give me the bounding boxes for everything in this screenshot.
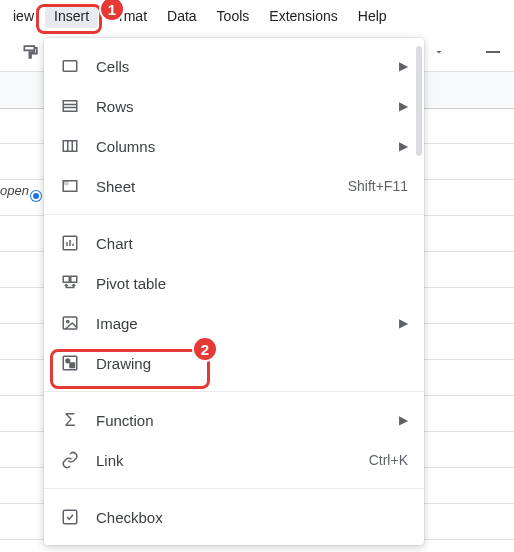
menu-item-label: Chart [96,235,408,252]
svg-rect-19 [70,363,75,368]
menu-data[interactable]: Data [158,4,206,28]
menu-item-label: Link [96,452,353,469]
menu-item-chart[interactable]: Chart [44,223,424,263]
rows-icon [60,96,80,116]
svg-rect-8 [63,181,68,185]
menu-item-columns[interactable]: Columns ▶ [44,126,424,166]
menu-divider [44,391,424,392]
chevron-right-icon: ▶ [399,139,408,153]
menu-item-drawing[interactable]: Drawing [44,343,424,383]
menu-tools[interactable]: Tools [208,4,259,28]
menu-item-cells[interactable]: Cells ▶ [44,46,424,86]
menu-item-link[interactable]: Link Ctrl+K [44,440,424,480]
menu-item-label: Checkbox [96,509,408,526]
paint-format-icon[interactable] [18,39,44,65]
cell-content-chip: open [0,179,41,201]
columns-icon [60,136,80,156]
menu-item-label: Drawing [96,355,408,372]
menu-item-label: Function [96,412,383,429]
menu-item-function[interactable]: Σ Function ▶ [44,400,424,440]
menu-item-label: Cells [96,58,383,75]
chevron-right-icon: ▶ [399,413,408,427]
sheet-icon [60,176,80,196]
menu-item-checkbox[interactable]: Checkbox [44,497,424,537]
menu-item-label: Sheet [96,178,332,195]
menubar: iew Insert rmat Data Tools Extensions He… [0,0,514,32]
menu-view[interactable]: iew [4,4,43,28]
svg-rect-20 [63,510,77,524]
image-icon [60,313,80,333]
menu-item-label: Rows [96,98,383,115]
svg-rect-13 [63,276,69,282]
svg-rect-14 [71,276,77,282]
checkbox-icon [60,507,80,527]
link-icon [60,450,80,470]
svg-rect-4 [63,141,77,152]
svg-rect-1 [63,101,77,112]
menu-divider [44,488,424,489]
menu-divider [44,214,424,215]
menu-item-label: Pivot table [96,275,408,292]
svg-point-18 [66,359,70,363]
chevron-right-icon: ▶ [399,99,408,113]
chevron-right-icon: ▶ [399,316,408,330]
menu-item-shortcut: Ctrl+K [369,452,408,468]
menu-item-shortcut: Shift+F11 [348,178,408,194]
menu-item-pivot-table[interactable]: Pivot table [44,263,424,303]
chart-icon [60,233,80,253]
svg-rect-15 [63,317,77,329]
annotation-badge-2: 2 [192,336,218,362]
drawing-icon [60,353,80,373]
toolbar-more-dropdown[interactable] [426,39,452,65]
cells-icon [60,56,80,76]
insert-menu-dropdown: Cells ▶ Rows ▶ Columns ▶ Sheet Shift+F11… [44,38,424,545]
chevron-right-icon: ▶ [399,59,408,73]
menu-item-label: Columns [96,138,383,155]
function-sigma-icon: Σ [60,410,80,430]
svg-rect-0 [63,61,77,72]
menu-help[interactable]: Help [349,4,396,28]
menu-item-image[interactable]: Image ▶ [44,303,424,343]
svg-point-16 [67,320,69,322]
toolbar-minus-icon[interactable] [480,39,506,65]
menu-item-rows[interactable]: Rows ▶ [44,86,424,126]
pivot-table-icon [60,273,80,293]
menu-item-sheet[interactable]: Sheet Shift+F11 [44,166,424,206]
cell-content-text: open [0,183,29,198]
menu-insert[interactable]: Insert [45,4,98,28]
cell-anchor-dot [31,191,41,201]
menu-item-label: Image [96,315,383,332]
menu-extensions[interactable]: Extensions [260,4,346,28]
